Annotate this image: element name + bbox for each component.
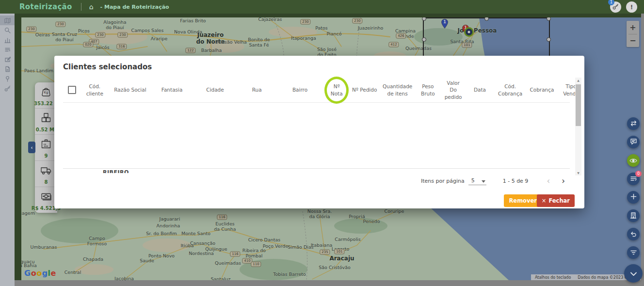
column-header-peso-bruto[interactable]: Peso Bruto (415, 83, 440, 96)
select-all-checkbox[interactable] (68, 86, 76, 94)
filter-icon (630, 248, 637, 257)
add-button[interactable] (627, 191, 640, 204)
sidebar-item-pin[interactable] (0, 74, 15, 83)
column-header-cobran-a[interactable]: Cobrança (527, 86, 557, 93)
previous-page-button[interactable]: ‹ (541, 177, 556, 185)
pagination-range: 1 - 5 de 9 (503, 178, 529, 184)
highlight-ring (324, 77, 349, 104)
exclamation-icon: ! (630, 3, 633, 11)
topbar-actions: 1 ! (610, 1, 637, 13)
items-per-page-label: Itens por página (421, 178, 465, 184)
scroll-down-icon[interactable]: ▼ (575, 171, 581, 175)
column-header-c-d-cobran-a[interactable]: Cód. Cobrança (494, 83, 527, 96)
routes-icon (4, 47, 11, 53)
alerts-button[interactable]: ! (626, 1, 637, 13)
pin-icon (4, 76, 11, 82)
collapse-icon (629, 269, 638, 278)
map-icon (4, 17, 11, 24)
home-icon[interactable]: ⌂ (89, 3, 94, 10)
modal-scrollbar[interactable]: ▲ ▼ (575, 78, 581, 175)
column-header-quantidade-de-itens[interactable]: Quantidade de itens (380, 83, 415, 96)
search-icon (4, 27, 11, 33)
modal-title: Clientes selecionados (63, 63, 152, 71)
items-per-page-select[interactable]: 5 (468, 177, 486, 185)
company-button[interactable] (627, 209, 640, 222)
sidebar-item-routes[interactable] (0, 45, 15, 54)
route-list-button[interactable]: 0 (627, 173, 640, 185)
chevron-down-icon (482, 180, 485, 183)
sidebar-item-edit[interactable] (0, 54, 15, 64)
collapse-button[interactable] (624, 264, 643, 283)
sidebar-item-key[interactable] (0, 83, 15, 93)
close-icon: × (542, 197, 547, 204)
sidebar-item-search[interactable] (0, 25, 15, 35)
app-root: { "topbar": { "brand": "Roteirização", "… (0, 0, 644, 286)
topbar-divider (81, 3, 81, 11)
scroll-up-icon[interactable]: ▲ (575, 79, 581, 82)
app-title: Roteirização (19, 2, 72, 11)
file-icon (4, 66, 11, 72)
items-per-page-value: 5 (471, 177, 475, 184)
chat-button[interactable] (627, 136, 640, 148)
add-icon (630, 193, 637, 202)
undo-icon (630, 230, 637, 239)
table-header-row: Cód. clienteRazão SocialFantasiaCidadeRu… (63, 78, 570, 103)
column-header-bairro[interactable]: Bairro (276, 86, 324, 93)
left-sidebar (0, 14, 15, 286)
top-bar: Roteirização ⌂ - Mapa de Roteirização 1 … (0, 0, 644, 14)
settings-key-button[interactable]: 1 (610, 1, 621, 13)
pagination-bar: Itens por página 5 1 - 5 de 9 ‹ › (421, 177, 571, 185)
visibility-button[interactable] (627, 154, 640, 167)
visibility-icon (629, 156, 637, 165)
column-header-valor-do-pedido[interactable]: Valor Do pedido (440, 79, 466, 100)
column-header-c-d-cliente[interactable]: Cód. cliente (81, 83, 109, 96)
undo-button[interactable] (627, 228, 640, 240)
selected-clients-modal: Clientes selecionados Cód. clienteRazão … (54, 56, 584, 208)
column-header-fantasia[interactable]: Fantasia (152, 86, 193, 93)
notification-badge: 1 (608, 0, 614, 5)
panel-collapse-button[interactable]: ‹ (28, 142, 35, 153)
edit-icon (4, 56, 11, 63)
column-header-data[interactable]: Data (466, 86, 494, 93)
column-header-rua[interactable]: Rua (238, 86, 275, 93)
chat-icon (630, 138, 637, 147)
sidebar-item-file[interactable] (0, 64, 15, 74)
table-bottom-border (63, 168, 570, 169)
column-header-raz-o-social[interactable]: Razão Social (109, 86, 152, 93)
sidebar-item-chart[interactable] (0, 35, 15, 45)
filter-button[interactable] (627, 246, 640, 259)
company-icon (630, 211, 637, 221)
column-header-nº-pedido[interactable]: Nº Pedido (349, 86, 380, 93)
breadcrumb: - Mapa de Roteirização (100, 4, 169, 10)
scrollbar-thumb[interactable] (576, 84, 581, 126)
count-badge: 0 (635, 171, 642, 177)
column-header-nº-nota[interactable]: Nº Nota (324, 83, 349, 96)
close-button[interactable]: ×Fechar (537, 194, 575, 207)
next-page-button[interactable]: › (556, 177, 571, 185)
swap-horizontal-icon (630, 119, 637, 128)
table-row: RIBEIRO (103, 169, 129, 173)
swap-horizontal-button[interactable] (627, 117, 640, 130)
key-icon (4, 85, 11, 92)
remove-button[interactable]: Remover (504, 194, 542, 207)
column-header-cidade[interactable]: Cidade (192, 86, 238, 93)
sidebar-item-map[interactable] (0, 16, 15, 25)
chart-icon (4, 37, 11, 43)
